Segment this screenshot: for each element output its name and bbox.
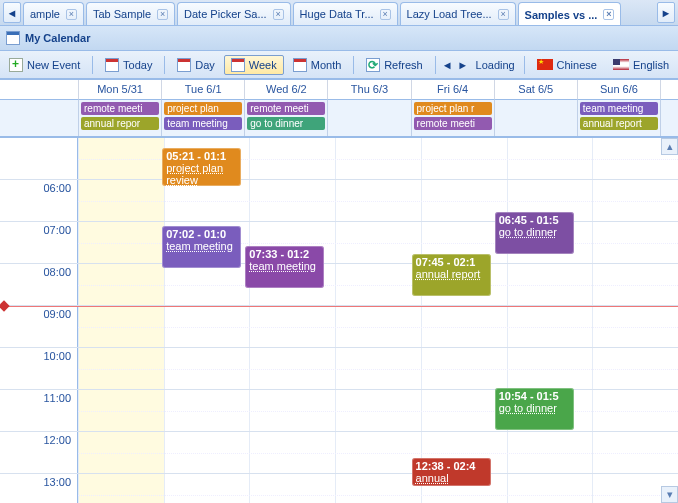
close-icon[interactable]: × — [66, 9, 77, 20]
lang-chinese-button[interactable]: Chinese — [530, 56, 604, 74]
calendar-event[interactable]: 12:38 - 02:4annual — [412, 458, 491, 486]
allday-event[interactable]: remote meeti — [414, 117, 492, 130]
time-cell[interactable] — [78, 432, 164, 473]
time-cell[interactable] — [164, 474, 250, 503]
day-header[interactable]: Sat 6/5 — [494, 80, 577, 100]
calendar-event[interactable]: 07:33 - 01:2team meeting — [245, 246, 324, 288]
time-cell[interactable] — [249, 306, 335, 347]
time-cell[interactable] — [592, 306, 678, 347]
allday-column[interactable] — [327, 100, 410, 136]
allday-column[interactable]: team meetingannual report — [577, 100, 660, 136]
close-icon[interactable]: × — [603, 9, 614, 20]
time-cell[interactable] — [164, 180, 250, 221]
tab-scroll-left[interactable]: ◄ — [3, 2, 21, 23]
time-cell[interactable] — [164, 348, 250, 389]
allday-column[interactable]: remote meetigo to dinner — [244, 100, 327, 136]
time-cell[interactable] — [592, 222, 678, 263]
time-cell[interactable] — [78, 180, 164, 221]
time-cell[interactable] — [78, 138, 164, 179]
time-cell[interactable] — [335, 306, 421, 347]
calendar-event[interactable]: 05:21 - 01:1project plan review — [162, 148, 241, 186]
time-cell[interactable] — [249, 348, 335, 389]
calendar-event[interactable]: 07:45 - 02:1annual report — [412, 254, 491, 296]
allday-event[interactable]: annual report — [580, 117, 658, 130]
time-cell[interactable] — [78, 306, 164, 347]
lang-english-button[interactable]: English — [606, 56, 676, 74]
time-cell[interactable] — [592, 348, 678, 389]
tab[interactable]: Lazy Load Tree...× — [400, 2, 516, 25]
allday-event[interactable]: project plan r — [414, 102, 492, 115]
time-cell[interactable] — [335, 138, 421, 179]
time-cell[interactable] — [592, 432, 678, 473]
tab[interactable]: Tab Sample× — [86, 2, 175, 25]
time-cell[interactable] — [421, 138, 507, 179]
prev-period-button[interactable]: ◄ — [441, 57, 455, 73]
time-cell[interactable] — [78, 390, 164, 431]
close-icon[interactable]: × — [498, 9, 509, 20]
allday-event[interactable]: remote meeti — [247, 102, 325, 115]
time-cell[interactable] — [335, 222, 421, 263]
day-header[interactable]: Wed 6/2 — [244, 80, 327, 100]
allday-event[interactable]: project plan — [164, 102, 242, 115]
time-cell[interactable] — [164, 390, 250, 431]
time-cell[interactable] — [507, 474, 593, 503]
allday-column[interactable] — [494, 100, 577, 136]
day-header[interactable]: Fri 6/4 — [411, 80, 494, 100]
day-header[interactable]: Thu 6/3 — [327, 80, 410, 100]
today-button[interactable]: Today — [98, 55, 159, 75]
time-cell[interactable] — [78, 264, 164, 305]
time-cell[interactable] — [335, 474, 421, 503]
scroll-down-button[interactable]: ▾ — [661, 486, 678, 503]
time-cell[interactable] — [78, 348, 164, 389]
refresh-button[interactable]: Refresh — [359, 55, 430, 75]
time-cell[interactable] — [249, 474, 335, 503]
time-cell[interactable] — [335, 432, 421, 473]
next-period-button[interactable]: ► — [456, 57, 470, 73]
allday-column[interactable]: project planteam meeting — [161, 100, 244, 136]
allday-column[interactable]: project plan rremote meeti — [411, 100, 494, 136]
time-cell[interactable] — [507, 306, 593, 347]
scroll-up-button[interactable]: ▴ — [661, 138, 678, 155]
day-header[interactable]: Tue 6/1 — [161, 80, 244, 100]
time-cell[interactable] — [507, 138, 593, 179]
calendar-event[interactable]: 07:02 - 01:0team meeting — [162, 226, 241, 268]
time-cell[interactable] — [421, 180, 507, 221]
month-view-button[interactable]: Month — [286, 55, 349, 75]
time-cell[interactable] — [249, 180, 335, 221]
time-cell[interactable] — [421, 390, 507, 431]
allday-event[interactable]: team meeting — [580, 102, 658, 115]
tab[interactable]: Huge Data Tr...× — [293, 2, 398, 25]
time-cell[interactable] — [78, 222, 164, 263]
time-cell[interactable] — [335, 390, 421, 431]
new-event-button[interactable]: New Event — [2, 55, 87, 75]
day-header[interactable]: Sun 6/6 — [577, 80, 660, 100]
time-cell[interactable] — [335, 264, 421, 305]
tab[interactable]: ample× — [23, 2, 84, 25]
time-cell[interactable] — [421, 306, 507, 347]
allday-event[interactable]: remote meeti — [81, 102, 159, 115]
allday-event[interactable]: team meeting — [164, 117, 242, 130]
time-cell[interactable] — [335, 180, 421, 221]
tab-scroll-right[interactable]: ► — [657, 2, 675, 23]
day-header[interactable]: Mon 5/31 — [78, 80, 161, 100]
calendar-event[interactable]: 10:54 - 01:5go to dinner — [495, 388, 574, 430]
time-cell[interactable] — [592, 390, 678, 431]
close-icon[interactable]: × — [380, 9, 391, 20]
time-cell[interactable] — [249, 390, 335, 431]
tab[interactable]: Samples vs ...× — [518, 2, 622, 25]
time-cell[interactable] — [421, 348, 507, 389]
allday-column[interactable]: remote meetiannual repor — [78, 100, 161, 136]
time-cell[interactable] — [78, 474, 164, 503]
time-cell[interactable] — [249, 432, 335, 473]
time-cell[interactable] — [164, 264, 250, 305]
time-cell[interactable] — [249, 138, 335, 179]
calendar-event[interactable]: 06:45 - 01:5go to dinner — [495, 212, 574, 254]
week-view-button[interactable]: Week — [224, 55, 284, 75]
tab[interactable]: Date Picker Sa...× — [177, 2, 291, 25]
time-cell[interactable] — [507, 348, 593, 389]
time-cell[interactable] — [507, 432, 593, 473]
time-cell[interactable] — [335, 348, 421, 389]
close-icon[interactable]: × — [273, 9, 284, 20]
close-icon[interactable]: × — [157, 9, 168, 20]
time-cell[interactable] — [507, 264, 593, 305]
